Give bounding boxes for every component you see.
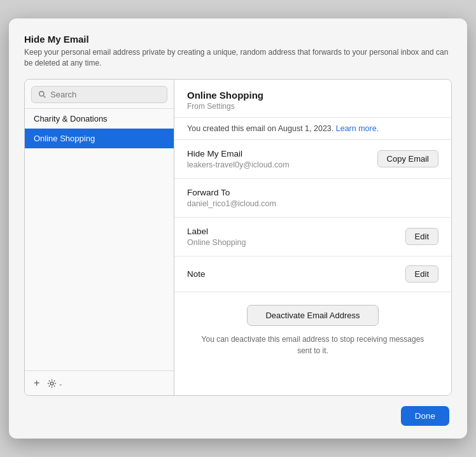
dialog-footer: Done: [24, 406, 452, 426]
deactivate-button[interactable]: Deactivate Email Address: [247, 305, 378, 326]
deactivate-section: Deactivate Email Address You can deactiv…: [174, 292, 451, 367]
note-left: Note: [187, 269, 206, 279]
note-label: Note: [187, 269, 206, 279]
detail-subtitle: From Settings: [187, 102, 438, 111]
hide-my-email-label: Hide My Email: [187, 149, 290, 158]
search-input[interactable]: [50, 90, 160, 99]
label-field-label: Label: [187, 227, 246, 236]
label-field-value: Online Shopping: [187, 238, 246, 247]
main-content: Charity & Donations Online Shopping + ⌄: [24, 79, 452, 396]
label-left: Label Online Shopping: [187, 227, 246, 247]
copy-email-button[interactable]: Copy Email: [377, 150, 438, 167]
svg-point-2: [51, 382, 54, 385]
svg-line-1: [44, 95, 46, 97]
forward-to-value: daniel_rico1@icloud.com: [187, 199, 276, 208]
done-button[interactable]: Done: [401, 406, 449, 426]
gear-icon: [47, 379, 57, 388]
search-icon: [38, 90, 46, 99]
hide-my-email-left: Hide My Email leakers-travel0y@icloud.co…: [187, 149, 290, 169]
sidebar-footer: + ⌄: [25, 370, 174, 395]
settings-chevron: ⌄: [58, 380, 63, 387]
search-container: [25, 80, 174, 109]
hide-my-email-value: leakers-travel0y@icloud.com: [187, 160, 290, 169]
detail-header: Online Shopping From Settings: [174, 80, 451, 118]
dialog-title: Hide My Email: [24, 34, 452, 45]
forward-to-label: Forward To: [187, 188, 276, 197]
svg-point-0: [39, 91, 44, 95]
detail-section-note: Note Edit: [174, 257, 451, 292]
sidebar-item-online-shopping-label: Online Shopping: [34, 134, 95, 143]
add-icon: +: [34, 377, 39, 389]
sidebar-item-charity-label: Charity & Donations: [34, 114, 108, 123]
dialog-description: Keep your personal email address private…: [24, 47, 452, 69]
detail-panel: Online Shopping From Settings You create…: [174, 80, 451, 395]
sidebar-item-charity[interactable]: Charity & Donations: [25, 109, 174, 129]
sidebar-items-list: Charity & Donations Online Shopping: [25, 109, 174, 370]
add-button[interactable]: +: [32, 376, 41, 390]
dialog-header: Hide My Email Keep your personal email a…: [24, 34, 452, 69]
detail-created-info: You created this email on August 1, 2023…: [174, 118, 451, 140]
dialog: Hide My Email Keep your personal email a…: [9, 18, 467, 439]
edit-label-button[interactable]: Edit: [405, 228, 438, 245]
sidebar-item-online-shopping[interactable]: Online Shopping: [25, 129, 174, 148]
forward-to-left: Forward To daniel_rico1@icloud.com: [187, 188, 276, 208]
search-box: [31, 86, 167, 103]
deactivate-description: You can deactivate this email address to…: [199, 334, 428, 356]
settings-button[interactable]: ⌄: [47, 379, 63, 388]
sidebar: Charity & Donations Online Shopping + ⌄: [25, 80, 174, 395]
edit-note-button[interactable]: Edit: [405, 265, 438, 283]
detail-section-hide-my-email: Hide My Email leakers-travel0y@icloud.co…: [174, 140, 451, 179]
detail-title: Online Shopping: [187, 90, 438, 101]
detail-section-forward-to: Forward To daniel_rico1@icloud.com: [174, 179, 451, 218]
detail-created-text: You created this email on August 1, 2023…: [187, 124, 333, 133]
learn-more-link[interactable]: Learn more.: [336, 124, 379, 133]
detail-section-label: Label Online Shopping Edit: [174, 218, 451, 257]
